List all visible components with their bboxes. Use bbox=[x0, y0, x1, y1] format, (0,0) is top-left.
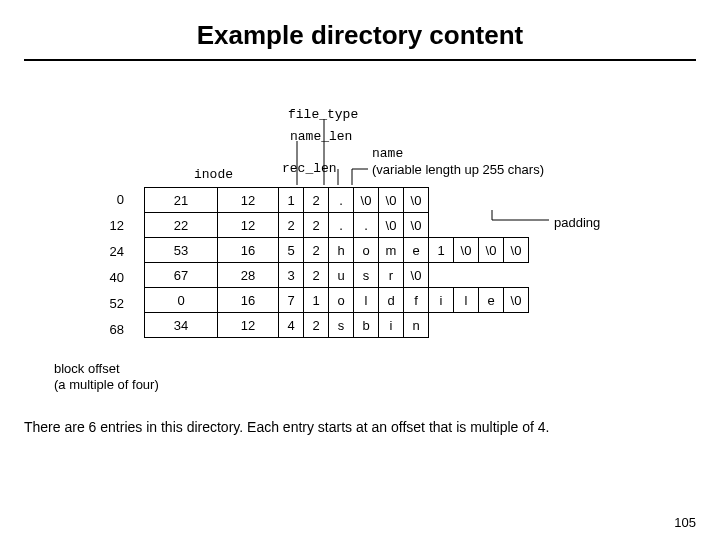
page-number: 105 bbox=[674, 515, 696, 530]
slide-title: Example directory content bbox=[24, 20, 696, 61]
table-row: 211212.\0\0\0 bbox=[145, 188, 529, 213]
table-row: 531652home1\0\0\0 bbox=[145, 238, 529, 263]
table-row: 221222..\0\0 bbox=[145, 213, 529, 238]
label-padding: padding bbox=[554, 215, 600, 230]
diagram-stage: file_type name_len rec_len inode name (v… bbox=[24, 89, 696, 409]
table-row: 672832usr\0 bbox=[145, 263, 529, 288]
offset-column: 0 12 24 40 52 68 bbox=[84, 187, 124, 343]
summary-text: There are 6 entries in this directory. E… bbox=[24, 419, 696, 435]
table-row: 01671oldfile\0 bbox=[145, 288, 529, 313]
directory-table: 211212.\0\0\0221222..\0\0531652home1\0\0… bbox=[144, 187, 529, 338]
label-block-offset: block offset (a multiple of four) bbox=[54, 361, 159, 394]
table-row: 341242sbin bbox=[145, 313, 529, 338]
